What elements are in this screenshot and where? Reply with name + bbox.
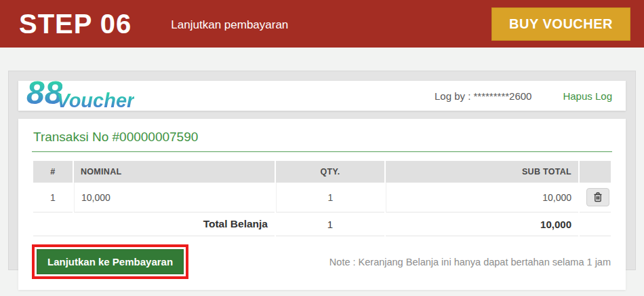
trash-icon (593, 192, 603, 202)
total-row: Total Belanja 1 10,000 (33, 212, 611, 236)
cart-table: # NOMINAL QTY. SUB TOTAL 1 10,000 1 10,0… (32, 161, 612, 236)
total-label: Total Belanja (33, 212, 275, 236)
highlight-annotation: Lanjutkan ke Pembayaran (32, 244, 188, 279)
table-header-row: # NOMINAL QTY. SUB TOTAL (33, 161, 611, 183)
continue-payment-button[interactable]: Lanjutkan ke Pembayaran (37, 249, 184, 274)
hapus-log-link[interactable]: Hapus Log (563, 90, 612, 102)
cell-row-number: 1 (33, 183, 73, 212)
step-subtitle: Lanjutkan pembayaran (171, 18, 288, 32)
transaction-title: Transaksi No #00000007590 (32, 128, 612, 151)
delete-row-button[interactable] (586, 188, 609, 206)
header-actions (580, 161, 611, 183)
cell-qty: 1 (276, 183, 384, 212)
cart-expiry-note: Note : Keranjang Belanja ini hanya dapat… (329, 257, 612, 267)
total-subtotal: 10,000 (386, 212, 578, 236)
cart-card: 88 Voucher Log by : *********2600 Hapus … (8, 71, 636, 270)
logo-voucher-text: Voucher (56, 92, 134, 109)
green-divider (32, 151, 612, 152)
logged-in-user-label: Log by : *********2600 (435, 90, 531, 102)
site-logo: 88 Voucher (26, 78, 134, 107)
cell-nominal: 10,000 (74, 183, 275, 212)
header-qty: QTY. (276, 161, 384, 183)
step-label: STEP 06 (19, 9, 132, 39)
panel-footer: Lanjutkan ke Pembayaran Note : Keranjang… (32, 244, 612, 279)
step-banner: STEP 06 Lanjutkan pembayaran BUY VOUCHER (0, 0, 644, 48)
cell-subtotal: 10,000 (386, 183, 578, 212)
total-actions-empty (580, 212, 611, 236)
buy-voucher-button[interactable]: BUY VOUCHER (491, 7, 630, 41)
header-nominal: NOMINAL (74, 161, 275, 183)
cell-actions (580, 183, 611, 212)
transaction-panel: Transaksi No #00000007590 # NOMINAL QTY.… (18, 119, 626, 290)
header-subtotal: SUB TOTAL (386, 161, 578, 183)
total-qty: 1 (276, 212, 384, 236)
header-no: # (33, 161, 73, 183)
site-header-bar: 88 Voucher Log by : *********2600 Hapus … (18, 81, 626, 111)
table-row: 1 10,000 1 10,000 (33, 183, 611, 212)
